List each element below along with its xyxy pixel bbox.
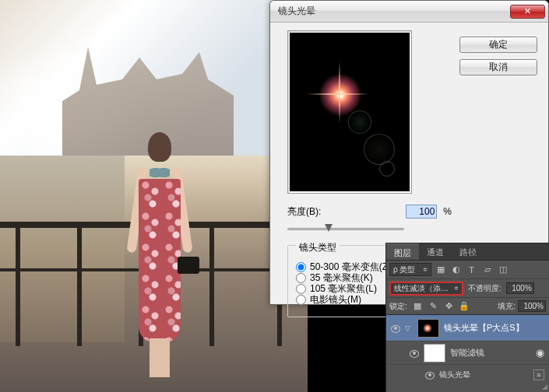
layer-list: ▽ 镜头光晕【P大点S】 智能滤镜 ◉ 镜头光晕 ≡ [386, 315, 549, 385]
flare-ring-icon [379, 161, 395, 177]
flare-preview-inner [290, 33, 410, 191]
dropdown-arrows-icon: ≑ [423, 267, 428, 273]
fill-label: 填充: [498, 301, 516, 312]
filter-type-icon[interactable]: T [465, 263, 478, 276]
brightness-slider-thumb[interactable] [325, 224, 333, 232]
brightness-unit: % [443, 206, 452, 217]
canvas-photo [0, 0, 308, 392]
tab-channels[interactable]: 通道 [419, 243, 452, 260]
layer-thumbnail[interactable] [417, 319, 439, 338]
blend-mode-value: 线性减淡（添… [394, 283, 449, 294]
filter-mask-thumbnail[interactable] [424, 344, 445, 362]
lens-type-radio-3[interactable] [296, 295, 306, 305]
dialog-titlebar[interactable]: 镜头光晕 ✕ [270, 1, 548, 23]
brightness-label: 亮度(B): [287, 205, 321, 219]
brightness-input[interactable] [406, 205, 437, 219]
photo-figure [125, 132, 195, 381]
opacity-field[interactable]: 100% [506, 282, 534, 294]
filter-item-row[interactable]: 镜头光晕 ≡ [386, 365, 549, 385]
panel-tabs: 图层 通道 路径 [386, 243, 549, 261]
lens-type-radio-2[interactable] [296, 284, 306, 294]
opacity-label: 不透明度: [468, 283, 501, 294]
layer-kind-dropdown[interactable]: ρ 类型 ≑ [389, 263, 431, 276]
lock-label: 锁定: [389, 301, 407, 312]
lock-all-icon[interactable]: 🔒 [458, 299, 471, 313]
lens-type-legend: 镜头类型 [296, 241, 340, 254]
layer-name: 镜头光晕【P大点S】 [444, 322, 524, 334]
lock-pixels-icon[interactable]: ✎ [427, 299, 440, 313]
resize-grip-icon[interactable]: ◢ [542, 383, 547, 390]
ok-button[interactable]: 确定 [459, 37, 537, 53]
dropdown-arrows-icon: ≑ [454, 285, 459, 292]
smart-filter-icon[interactable]: ◉ [533, 347, 546, 359]
flare-ring-icon [364, 134, 395, 165]
layer-kind-label: ρ 类型 [393, 264, 415, 275]
smart-filters-label: 智能滤镜 [450, 347, 484, 359]
visibility-eye-icon[interactable] [389, 324, 400, 333]
fill-field[interactable]: 100% [518, 300, 546, 312]
lock-transparent-icon[interactable]: ▩ [411, 299, 424, 313]
cancel-button[interactable]: 取消 [459, 59, 537, 75]
tab-paths[interactable]: 路径 [452, 243, 484, 260]
close-button[interactable]: ✕ [510, 5, 545, 19]
disclosure-arrow-icon[interactable]: ▽ [405, 324, 413, 332]
dialog-title: 镜头光晕 [278, 5, 510, 18]
filter-smart-icon[interactable]: ◫ [496, 263, 509, 276]
visibility-eye-icon[interactable] [424, 370, 435, 380]
lens-type-label-3: 电影镜头(M) [310, 293, 361, 306]
lock-position-icon[interactable]: ✥ [442, 299, 456, 313]
filter-adjust-icon[interactable]: ◐ [449, 263, 463, 276]
brightness-slider-track[interactable] [287, 228, 404, 230]
lens-type-radio-0[interactable] [296, 262, 306, 272]
filter-pixel-icon[interactable]: ▦ [434, 263, 447, 276]
filter-name: 镜头光晕 [439, 369, 470, 380]
blend-mode-dropdown[interactable]: 线性减淡（添… ≑ [389, 282, 463, 296]
tab-layers[interactable]: 图层 [386, 243, 419, 260]
layers-panel: 图层 通道 路径 ρ 类型 ≑ ▦ ◐ T ▱ ◫ 线性减淡（添… ≑ 不透明度… [385, 243, 549, 392]
lens-type-radio-1[interactable] [296, 273, 306, 283]
smart-filters-row[interactable]: 智能滤镜 ◉ [386, 341, 549, 365]
photo-water [0, 156, 125, 342]
visibility-eye-icon[interactable] [408, 348, 419, 358]
flare-crosshair-icon[interactable] [338, 93, 341, 96]
layer-row[interactable]: ▽ 镜头光晕【P大点S】 [386, 315, 549, 341]
filter-blend-icon[interactable]: ≡ [533, 369, 544, 380]
filter-shape-icon[interactable]: ▱ [480, 263, 494, 276]
flare-ring-icon [348, 110, 371, 134]
flare-preview[interactable] [287, 30, 412, 194]
